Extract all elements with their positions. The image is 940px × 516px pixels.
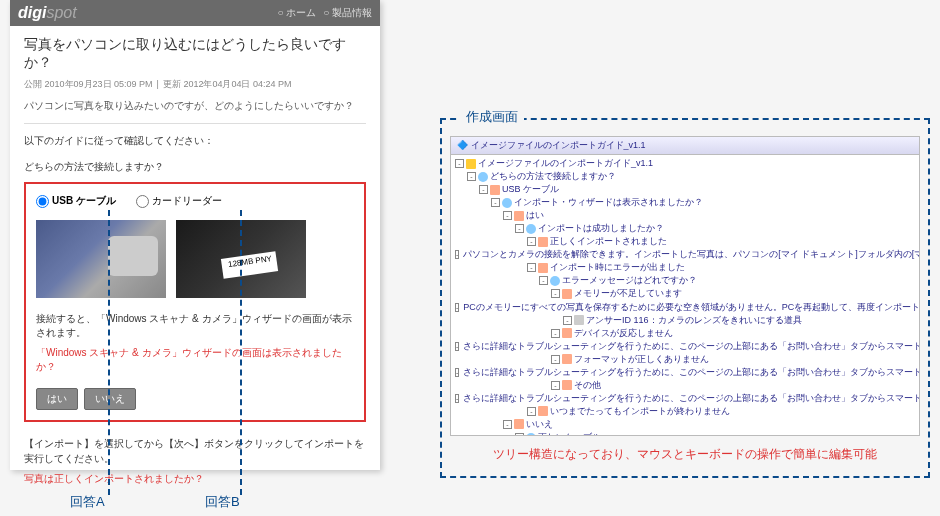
tree-toggle-icon[interactable]: - <box>491 198 500 207</box>
tree-node[interactable]: -イメージファイルのインポートガイド_v1.1 <box>455 157 915 170</box>
a-icon <box>562 354 572 364</box>
tree-node-label[interactable]: インポート時にエラーが出ました <box>550 261 685 274</box>
editor-section: 作成画面 🔷 イメージファイルのインポートガイド_v1.1 -イメージファイルの… <box>440 118 930 478</box>
tree-node[interactable]: -いいえ <box>455 418 915 431</box>
q-icon <box>526 224 536 234</box>
tree-node[interactable]: -アンサーID 116：カメラのレンズをきれいにする道具 <box>455 314 915 327</box>
btn-no[interactable]: いいえ <box>84 388 136 410</box>
pointer-line-a <box>108 210 110 495</box>
image-usb <box>36 220 166 298</box>
tree-toggle-icon[interactable]: - <box>563 316 572 325</box>
tree-toggle-icon[interactable]: - <box>479 185 488 194</box>
tree-toggle-icon[interactable]: - <box>455 342 459 351</box>
tree-toggle-icon[interactable]: - <box>455 159 464 168</box>
tree-toggle-icon[interactable]: - <box>551 329 560 338</box>
tree-toggle-icon[interactable]: - <box>455 303 459 312</box>
tree-toggle-icon[interactable]: - <box>515 433 524 436</box>
tree-node-label[interactable]: USB ケーブル <box>502 183 559 196</box>
nav-links: ○ ホーム ○ 製品情報 <box>274 6 372 20</box>
tree-node[interactable]: -USB ケーブル <box>455 183 915 196</box>
tree-toggle-icon[interactable]: - <box>455 250 459 259</box>
tree-node[interactable]: -パソコンとカメラの接続を解除できます。インポートした写真は、パソコンの[マイ … <box>455 248 915 261</box>
tree-node[interactable]: -正しいケーブル <box>455 431 915 436</box>
tree-node[interactable]: -いつまでたってもインポートが終わりません <box>455 405 915 418</box>
tree-node[interactable]: -さらに詳細なトラブルシューティングを行うために、このページの上部にある「お問い… <box>455 340 915 353</box>
option-usb-label: USB ケーブル <box>52 194 116 208</box>
tree-node-label[interactable]: インポートは成功しましたか？ <box>538 222 664 235</box>
tree-toggle-icon[interactable]: - <box>551 289 560 298</box>
btn-yes[interactable]: はい <box>36 388 78 410</box>
tree-node[interactable]: -どちらの方法で接続しますか？ <box>455 170 915 183</box>
tree-node[interactable]: -フォーマットが正しくありません <box>455 353 915 366</box>
tree-node-label[interactable]: イメージファイルのインポートガイド_v1.1 <box>478 157 653 170</box>
tree-node[interactable]: -インポートは成功しましたか？ <box>455 222 915 235</box>
tree-toggle-icon[interactable]: - <box>539 276 548 285</box>
tree-toggle-icon[interactable]: - <box>551 381 560 390</box>
tree-node-label[interactable]: さらに詳細なトラブルシューティングを行うために、このページの上部にある「お問い合… <box>463 366 920 379</box>
radio-card[interactable] <box>136 195 149 208</box>
tree-node[interactable]: -はい <box>455 209 915 222</box>
radio-usb[interactable] <box>36 195 49 208</box>
tree-node-label[interactable]: メモリーが不足しています <box>574 287 682 300</box>
label-answer-a: 回答A <box>70 493 105 511</box>
nav-home[interactable]: ○ ホーム <box>278 7 317 18</box>
tree-node-label[interactable]: アンサーID 116：カメラのレンズをきれいにする道具 <box>586 314 802 327</box>
option-usb[interactable]: USB ケーブル <box>36 194 116 208</box>
tree-node-label[interactable]: いつまでたってもインポートが終わりません <box>550 405 730 418</box>
tree-node-label[interactable]: PCのメモリーにすべての写真を保存するために必要な空き領域がありません。PCを再… <box>463 301 920 314</box>
tree-toggle-icon[interactable]: - <box>467 172 476 181</box>
tree-node-label[interactable]: はい <box>526 209 544 222</box>
nav-products[interactable]: ○ 製品情報 <box>323 7 372 18</box>
tree-node[interactable]: -メモリーが不足しています <box>455 287 915 300</box>
tree-node[interactable]: -インポート時にエラーが出ました <box>455 261 915 274</box>
faq-panel: digispot ○ ホーム ○ 製品情報 写真をパソコンに取り込むにはどうした… <box>10 0 380 470</box>
tree-node-label[interactable]: その他 <box>574 379 601 392</box>
tree-node-label[interactable]: インポート・ウィザードは表示されましたか？ <box>514 196 703 209</box>
tree-node-label[interactable]: さらに詳細なトラブルシューティングを行うために、このページの上部にある「お問い合… <box>463 340 920 353</box>
tree-node-label[interactable]: デバイスが反応しません <box>574 327 673 340</box>
a-icon <box>538 406 548 416</box>
tree-node-label[interactable]: 正しくインポートされました <box>550 235 667 248</box>
tree-node[interactable]: -その他 <box>455 379 915 392</box>
q-icon <box>550 276 560 286</box>
tree-toggle-icon[interactable]: - <box>527 407 536 416</box>
tree-toggle-icon[interactable]: - <box>503 420 512 429</box>
q-icon <box>526 433 536 437</box>
tree-node[interactable]: -さらに詳細なトラブルシューティングを行うために、このページの上部にある「お問い… <box>455 366 915 379</box>
tree-node-label[interactable]: パソコンとカメラの接続を解除できます。インポートした写真は、パソコンの[マイ ド… <box>463 248 920 261</box>
tree-node-label[interactable]: いいえ <box>526 418 553 431</box>
label-answer-b: 回答B <box>205 493 240 511</box>
tree-toggle-icon[interactable]: - <box>455 394 459 403</box>
tree-toggle-icon[interactable]: - <box>503 211 512 220</box>
divider <box>24 123 366 124</box>
tree-node[interactable]: -正しくインポートされました <box>455 235 915 248</box>
tree-toggle-icon[interactable]: - <box>527 237 536 246</box>
tree-node[interactable]: -PCのメモリーにすべての写真を保存するために必要な空き領域がありません。PCを… <box>455 301 915 314</box>
card-label: 128MB PNY <box>228 254 273 269</box>
a-icon <box>562 380 572 390</box>
option-card[interactable]: カードリーダー <box>136 194 222 208</box>
tree-node[interactable]: -さらに詳細なトラブルシューティングを行うために、このページの上部にある「お問い… <box>455 392 915 405</box>
tree-toggle-icon[interactable]: - <box>551 355 560 364</box>
editor-border: 🔷 イメージファイルのインポートガイド_v1.1 -イメージファイルのインポート… <box>440 118 930 478</box>
tree-node[interactable]: -デバイスが反応しません <box>455 327 915 340</box>
tree-panel: 🔷 イメージファイルのインポートガイド_v1.1 -イメージファイルのインポート… <box>450 136 920 436</box>
tree-toggle-icon[interactable]: - <box>515 224 524 233</box>
faq-title: 写真をパソコンに取り込むにはどうしたら良いですか？ <box>24 36 366 72</box>
tree-node[interactable]: -インポート・ウィザードは表示されましたか？ <box>455 196 915 209</box>
tree-node[interactable]: -エラーメッセージはどれですか？ <box>455 274 915 287</box>
connect-text: 接続すると、「Windows スキャナ & カメラ」ウィザードの画面が表示されま… <box>36 312 354 340</box>
tree-toggle-icon[interactable]: - <box>527 263 536 272</box>
logo-sub: spot <box>46 4 76 21</box>
tree-toggle-icon[interactable]: - <box>455 368 459 377</box>
a-icon <box>514 211 524 221</box>
tree-node-label[interactable]: さらに詳細なトラブルシューティングを行うために、このページの上部にある「お問い合… <box>463 392 920 405</box>
tree-node-label[interactable]: 正しいケーブル <box>538 431 601 436</box>
tree-content[interactable]: -イメージファイルのインポートガイド_v1.1-どちらの方法で接続しますか？-U… <box>451 155 919 436</box>
tree-node-label[interactable]: フォーマットが正しくありません <box>574 353 709 366</box>
meta-updated: 更新 2012年04月04日 04:24 PM <box>163 79 292 89</box>
faq-question: パソコンに写真を取り込みたいのですが、どのようにしたらいいですか？ <box>24 99 366 113</box>
tree-node-label[interactable]: どちらの方法で接続しますか？ <box>490 170 616 183</box>
tree-node-label[interactable]: エラーメッセージはどれですか？ <box>562 274 697 287</box>
q-icon <box>478 172 488 182</box>
